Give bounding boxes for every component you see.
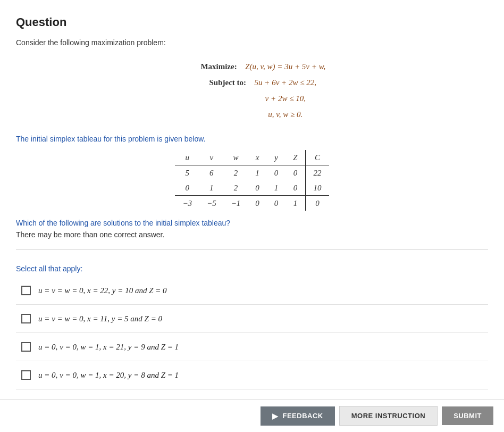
cell-r2-u: 0: [175, 180, 199, 196]
cell-r3-C: 0: [306, 195, 329, 211]
cell-r1-w: 2: [224, 165, 248, 180]
maximize-expr: Z(u, v, w) = 3u + 5v + w,: [241, 59, 326, 74]
tableau-intro: The initial simplex tableau for this pro…: [16, 133, 488, 145]
intro-text: Consider the following maximization prob…: [16, 37, 488, 48]
col-v: v: [199, 150, 224, 165]
col-x: x: [248, 150, 267, 165]
tableau-wrapper: u v w x y Z C 5 6 2 1 0 0 22: [16, 150, 488, 211]
more-label: MORE INSTRUCTION: [351, 412, 425, 420]
answer-option-2: u = v = w = 0, x = 11, y = 5 and Z = 0: [16, 305, 488, 333]
checkbox-4[interactable]: [21, 370, 31, 380]
col-C: C: [306, 150, 329, 165]
cell-r3-x: 0: [248, 195, 267, 211]
cell-r1-y: 0: [267, 165, 286, 180]
footer-bar: ▶ FEEDBACK MORE INSTRUCTION SUBMIT: [0, 399, 504, 432]
subject-row: Subject to: 5u + 6v + 2w ≤ 22,: [16, 74, 488, 90]
answer-text-3: u = 0, v = 0, w = 1, x = 21, y = 9 and Z…: [38, 340, 179, 353]
cell-r1-C: 22: [306, 165, 329, 180]
cell-r3-w: −1: [224, 195, 248, 211]
simplex-table: u v w x y Z C 5 6 2 1 0 0 22: [175, 150, 329, 211]
submit-label: SUBMIT: [453, 412, 482, 420]
cell-r1-v: 6: [199, 165, 224, 180]
maximize-label: Maximize:: [179, 59, 237, 74]
divider-1: [16, 250, 488, 250]
cell-r2-w: 2: [224, 180, 248, 196]
constraint2-row: v + 2w ≤ 10,: [16, 90, 488, 106]
cell-r3-u: −3: [175, 195, 199, 211]
feedback-button[interactable]: ▶ FEEDBACK: [261, 406, 335, 426]
cell-r1-u: 5: [175, 165, 199, 180]
answer-option-1: u = v = w = 0, x = 22, y = 10 and Z = 0: [16, 277, 488, 305]
col-u: u: [175, 150, 199, 165]
table-row: 5 6 2 1 0 0 22: [175, 165, 329, 180]
cell-r2-Z: 0: [285, 180, 305, 196]
subject-label: Subject to:: [188, 74, 246, 90]
checkbox-3[interactable]: [21, 342, 31, 352]
maximize-row: Maximize: Z(u, v, w) = 3u + 5v + w,: [16, 59, 488, 74]
cell-r1-Z: 0: [285, 165, 305, 180]
col-y: y: [267, 150, 286, 165]
which-text: Which of the following are solutions to …: [16, 217, 488, 229]
answer-text-4: u = 0, v = 0, w = 1, x = 20, y = 8 and Z…: [38, 369, 179, 381]
table-header-row: u v w x y Z C: [175, 150, 329, 165]
answer-option-3: u = 0, v = 0, w = 1, x = 21, y = 9 and Z…: [16, 333, 488, 361]
checkbox-1[interactable]: [21, 286, 31, 295]
page-title: Question: [16, 13, 488, 31]
subject-expr1: 5u + 6v + 2w ≤ 22,: [250, 74, 316, 90]
answer-text-2: u = v = w = 0, x = 11, y = 5 and Z = 0: [38, 312, 162, 325]
cell-r2-v: 1: [199, 180, 224, 196]
subject-expr2: v + 2w ≤ 10,: [261, 90, 306, 106]
constraint3-row: u, v, w ≥ 0.: [16, 106, 488, 122]
cell-r3-Z: 1: [285, 195, 305, 211]
table-row: −3 −5 −1 0 0 1 0: [175, 195, 329, 211]
cell-r1-x: 1: [248, 165, 267, 180]
cell-r3-v: −5: [199, 195, 224, 211]
cell-r2-y: 1: [267, 180, 286, 196]
cell-r2-x: 0: [248, 180, 267, 196]
submit-button[interactable]: SUBMIT: [442, 406, 493, 425]
feedback-label: FEEDBACK: [282, 412, 323, 420]
table-row: 0 1 2 0 1 0 10: [175, 180, 329, 196]
select-label: Select all that apply:: [16, 259, 488, 275]
more-instruction-button[interactable]: MORE INSTRUCTION: [339, 406, 438, 426]
checkbox-2[interactable]: [21, 314, 31, 323]
cell-r2-C: 10: [306, 180, 329, 196]
col-w: w: [224, 150, 248, 165]
may-be-text: There may be more than one correct answe…: [16, 229, 488, 240]
cell-r3-y: 0: [267, 195, 286, 211]
col-Z: Z: [285, 150, 305, 165]
math-problem: Maximize: Z(u, v, w) = 3u + 5v + w, Subj…: [16, 59, 488, 122]
answer-option-4: u = 0, v = 0, w = 1, x = 20, y = 8 and Z…: [16, 361, 488, 389]
answer-text-1: u = v = w = 0, x = 22, y = 10 and Z = 0: [38, 284, 167, 297]
feedback-icon: ▶: [272, 412, 279, 420]
page-container: Question Consider the following maximiza…: [0, 0, 504, 432]
subject-expr3: u, v, w ≥ 0.: [264, 106, 303, 122]
